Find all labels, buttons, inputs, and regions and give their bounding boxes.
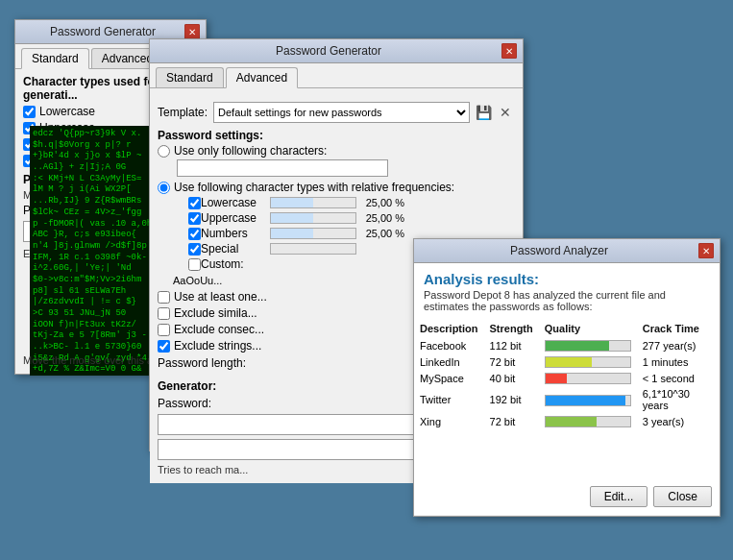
exclude-strings-label: Exclude strings... <box>174 339 261 353</box>
freq-row-uppercase: Uppercase 25,00 % <box>173 211 515 225</box>
title-bar-3: Password Analyzer ✕ <box>414 239 720 263</box>
freq-track-uppercase <box>270 212 356 224</box>
quality-bar-container <box>545 416 631 427</box>
quality-bar <box>546 417 597 426</box>
delete-template-icon[interactable]: ✕ <box>496 103 515 122</box>
title-2: Password Generator <box>156 44 501 58</box>
table-row: Facebook 112 bit 277 year(s) <box>414 337 720 353</box>
col-quality: Quality <box>539 320 637 337</box>
freq-cb-special[interactable] <box>188 243 201 256</box>
cell-quality <box>539 386 637 413</box>
radio-use-only-label: Use only following characters: <box>174 144 327 158</box>
cell-description: LinkedIn <box>414 353 484 370</box>
cell-crack-time: < 1 second <box>637 370 720 386</box>
use-at-least-label: Use at least one... <box>174 290 267 304</box>
quality-bar <box>546 357 592 367</box>
window-password-analyzer: Password Analyzer ✕ Analysis results: Pa… <box>413 238 721 517</box>
tab-standard-2[interactable]: Standard <box>156 67 224 87</box>
cell-crack-time: 6,1*10^30 years <box>637 386 720 413</box>
col-crack-time: Crack Time <box>637 320 720 337</box>
freq-label-lowercase: Lowercase <box>201 196 270 209</box>
cell-crack-time: 1 minutes <box>637 353 720 370</box>
freq-label-uppercase: Uppercase <box>201 211 270 225</box>
cb-exclude-similar[interactable] <box>158 307 170 320</box>
cb-use-at-least[interactable] <box>158 291 170 304</box>
cell-crack-time: 3 year(s) <box>637 413 720 429</box>
quality-bar <box>546 396 626 405</box>
char-only-input[interactable] <box>177 159 388 177</box>
tab-standard-1[interactable]: Standard <box>21 48 89 69</box>
checkbox-lowercase[interactable] <box>23 106 36 118</box>
radio-use-types: Use following character types with relat… <box>158 181 515 194</box>
cell-strength: 40 bit <box>484 370 539 386</box>
label-lowercase: Lowercase <box>39 105 95 118</box>
tabs-2: Standard Advanced <box>150 63 523 88</box>
cell-strength: 192 bit <box>484 386 539 413</box>
freq-label-special: Special <box>201 242 270 256</box>
close-btn-3[interactable]: ✕ <box>698 243 714 258</box>
freq-track-numbers <box>270 228 356 239</box>
analyzer-table: Description Strength Quality Crack Time … <box>414 320 720 429</box>
analyzer-sub: Password Depot 8 has analyzed the curren… <box>414 289 720 320</box>
cell-quality <box>539 413 637 429</box>
freq-track-special <box>270 243 356 255</box>
quality-bar-container <box>545 340 631 352</box>
table-row: MySpace 40 bit < 1 second <box>414 370 720 386</box>
cb-exclude-consec[interactable] <box>158 324 170 336</box>
table-row: Twitter 192 bit 6,1*10^30 years <box>414 386 720 413</box>
freq-cb-custom[interactable] <box>188 258 201 271</box>
close-btn-2[interactable]: ✕ <box>501 43 517 59</box>
template-select[interactable]: Default settings for new passwords <box>213 102 470 123</box>
cell-strength: 72 bit <box>484 413 539 429</box>
freq-row-lowercase: Lowercase 25,00 % <box>173 196 515 209</box>
template-label: Template: <box>158 106 208 119</box>
cell-description: MySpace <box>414 370 484 386</box>
template-row: Template: Default settings for new passw… <box>158 102 515 123</box>
exclude-similar-label: Exclude simila... <box>174 306 257 320</box>
col-description: Description <box>414 320 484 337</box>
freq-cb-numbers[interactable] <box>188 228 201 240</box>
cb-exclude-strings[interactable] <box>158 340 170 353</box>
quality-bar-container <box>545 395 631 406</box>
analyzer-body: Analysis results: Password Depot 8 has a… <box>414 263 720 515</box>
close-button[interactable]: Close <box>653 486 712 507</box>
radio-use-types-label: Use following character types with relat… <box>174 181 454 194</box>
password-settings-label: Password settings: <box>158 129 515 142</box>
cell-quality <box>539 353 637 370</box>
footer-buttons: Edit... Close <box>590 486 712 507</box>
quality-bar-container <box>545 356 631 368</box>
freq-cb-uppercase[interactable] <box>188 212 201 225</box>
freq-track-lowercase <box>270 197 356 208</box>
template-icons: 💾 ✕ <box>474 103 515 122</box>
analyzer-header: Analysis results: <box>414 263 720 289</box>
radio-use-types-input[interactable] <box>158 182 170 194</box>
cell-crack-time: 277 year(s) <box>637 337 720 353</box>
col-strength: Strength <box>484 320 539 337</box>
title-bar-2: Password Generator ✕ <box>150 39 523 63</box>
radio-use-only: Use only following characters: <box>158 144 515 158</box>
tab-advanced-2[interactable]: Advanced <box>226 67 298 88</box>
title-1: Password Generator <box>21 25 184 38</box>
quality-bar <box>546 374 567 383</box>
exclude-consec-label: Exclude consec... <box>174 323 264 336</box>
quality-bar <box>546 341 609 351</box>
save-template-icon[interactable]: 💾 <box>474 103 493 122</box>
freq-cb-lowercase[interactable] <box>188 197 201 209</box>
cell-quality <box>539 370 637 386</box>
cell-strength: 72 bit <box>484 353 539 370</box>
title-3: Password Analyzer <box>420 244 698 257</box>
freq-value-uppercase: 25,00 % <box>356 212 404 224</box>
cell-strength: 112 bit <box>484 337 539 353</box>
freq-label-numbers: Numbers <box>201 227 270 240</box>
table-row: Xing 72 bit 3 year(s) <box>414 413 720 429</box>
cell-description: Xing <box>414 413 484 429</box>
cell-quality <box>539 337 637 353</box>
quality-bar-container <box>545 373 631 384</box>
table-row: LinkedIn 72 bit 1 minutes <box>414 353 720 370</box>
freq-label-custom: Custom: <box>201 257 270 271</box>
radio-use-only-input[interactable] <box>158 145 170 158</box>
cell-description: Facebook <box>414 337 484 353</box>
close-btn-1[interactable]: ✕ <box>184 24 200 39</box>
freq-value-numbers: 25,00 % <box>356 228 404 239</box>
edit-button[interactable]: Edit... <box>590 486 648 507</box>
